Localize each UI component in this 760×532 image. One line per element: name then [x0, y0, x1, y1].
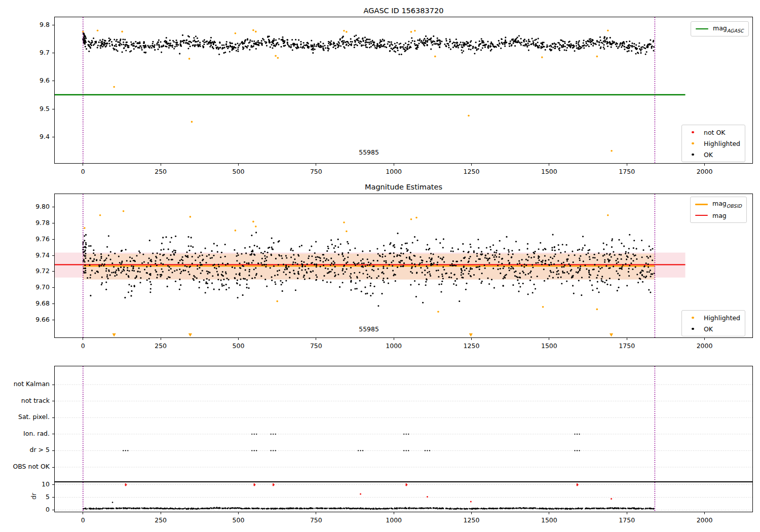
- agasc-mag-axes: [54, 17, 753, 164]
- mag-agasc-legend: magAGASC: [691, 21, 749, 36]
- y-tick-mark: [52, 303, 54, 304]
- agasc-mag-canvas: [55, 17, 752, 163]
- y-tick-mark: [52, 223, 54, 223]
- x-tick-mark: [627, 338, 627, 340]
- y-tick-mark: [52, 255, 54, 256]
- legend-label: magOBSID: [712, 200, 742, 209]
- x-tick-label: 750: [298, 342, 334, 350]
- flag-category-label: not track: [0, 397, 50, 404]
- flag-category-label: not Kalman: [0, 380, 50, 388]
- x-tick-label: 1500: [531, 168, 567, 175]
- x-tick-mark: [704, 512, 705, 514]
- x-tick-label: 0: [65, 168, 101, 175]
- x-tick-mark: [83, 512, 83, 514]
- legend-entry-mag: magAGASC: [696, 24, 744, 34]
- x-tick-mark: [471, 164, 472, 166]
- y-tick-label: 9.6: [0, 77, 50, 84]
- quality-flags-canvas: [55, 366, 752, 481]
- obsid-annotation: 55985: [351, 148, 387, 156]
- y-tick-label: 9.4: [0, 133, 50, 140]
- dr-track-canvas: [55, 482, 752, 512]
- mag-estimates-canvas: [55, 194, 752, 337]
- legend-entry-ok: OK: [687, 324, 740, 334]
- x-tick-mark: [238, 164, 239, 166]
- legend-dot-swatch: [692, 142, 694, 145]
- x-tick-mark: [627, 164, 627, 166]
- x-tick-mark: [316, 512, 316, 514]
- y-tick-label: 9.80: [0, 203, 50, 210]
- y-tick-label: 9.8: [0, 21, 50, 28]
- x-tick-mark: [549, 338, 549, 340]
- y-tick-mark: [52, 207, 54, 207]
- x-tick-mark: [704, 338, 705, 340]
- x-tick-label: 0: [65, 516, 101, 524]
- x-tick-label: 1250: [454, 516, 489, 524]
- y-tick-mark: [52, 53, 54, 53]
- quality-flags-axes: [54, 366, 753, 482]
- legend-label: not OK: [704, 129, 725, 136]
- x-tick-mark: [627, 512, 627, 514]
- legend-dot-swatch: [692, 317, 694, 319]
- x-tick-mark: [238, 338, 239, 340]
- y-tick-label: 9.72: [0, 267, 50, 275]
- flag-category-label: Sat. pixel.: [0, 413, 50, 421]
- y-tick-label: 9.74: [0, 251, 50, 259]
- x-tick-label: 2000: [687, 342, 723, 350]
- x-tick-label: 250: [143, 168, 178, 175]
- y-tick-label: 9.66: [0, 316, 50, 323]
- legend-label: OK: [704, 151, 713, 159]
- x-tick-label: 500: [220, 342, 256, 350]
- y-tick-label: 9.5: [0, 105, 50, 112]
- x-tick-label: 1250: [454, 168, 489, 175]
- x-tick-mark: [161, 164, 161, 166]
- legend-label: magAGASC: [713, 24, 744, 33]
- legend-dot-swatch: [692, 131, 694, 134]
- dr-track-axes: [54, 482, 753, 512]
- y-tick-mark: [52, 467, 54, 468]
- x-tick-mark: [549, 164, 549, 166]
- y-tick-mark: [52, 81, 54, 81]
- y-tick-mark: [52, 271, 54, 272]
- points-legend: HighlightedOK: [681, 310, 745, 336]
- legend-entry-not-ok: not OK: [687, 127, 740, 137]
- x-tick-label: 1000: [376, 168, 411, 175]
- y-tick-mark: [52, 401, 54, 401]
- x-tick-mark: [549, 512, 549, 514]
- x-tick-label: 500: [220, 168, 256, 175]
- x-tick-mark: [704, 164, 705, 166]
- x-tick-mark: [83, 338, 83, 340]
- x-tick-mark: [471, 338, 472, 340]
- legend-entry-ok: OK: [687, 149, 740, 160]
- y-tick-label: 9.78: [0, 219, 50, 226]
- x-tick-mark: [471, 512, 472, 514]
- legend-entry-mag: magOBSID: [695, 199, 742, 209]
- legend-label-subscript: OBSID: [727, 203, 742, 209]
- y-tick-mark: [52, 109, 54, 109]
- x-tick-label: 1750: [609, 516, 644, 524]
- x-tick-label: 0: [65, 342, 101, 350]
- x-tick-mark: [316, 164, 316, 166]
- legend-label: Highlighted: [704, 314, 740, 322]
- x-tick-label: 1000: [376, 516, 411, 524]
- y-tick-label: 5: [0, 493, 50, 501]
- x-tick-label: 750: [298, 168, 334, 175]
- dr-axis-label: dr: [30, 489, 37, 504]
- x-tick-mark: [161, 338, 161, 340]
- y-tick-mark: [52, 385, 54, 385]
- y-tick-label: 9.70: [0, 283, 50, 291]
- y-tick-mark: [52, 484, 54, 485]
- legend-entry-highlighted: Highlighted: [687, 313, 740, 323]
- y-tick-label: 9.76: [0, 235, 50, 243]
- legend-line-swatch: [695, 204, 708, 205]
- y-tick-label: 10: [0, 480, 50, 488]
- x-tick-label: 2000: [687, 516, 723, 524]
- middle-plot-title: Magnitude Estimates: [54, 183, 753, 191]
- x-tick-mark: [394, 338, 394, 340]
- plot-background: [55, 482, 752, 512]
- y-tick-mark: [52, 239, 54, 240]
- x-tick-label: 500: [220, 516, 256, 524]
- x-tick-mark: [83, 164, 83, 166]
- x-tick-label: 1500: [531, 342, 567, 350]
- flag-category-label: dr > 5: [0, 446, 50, 453]
- mag-lines-legend: magOBSIDmag: [690, 197, 747, 223]
